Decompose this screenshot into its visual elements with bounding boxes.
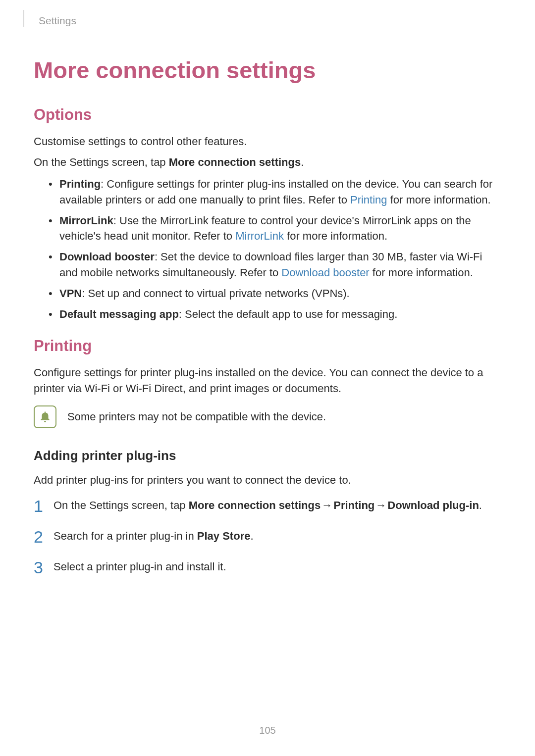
options-item-link[interactable]: MirrorLink bbox=[235, 230, 284, 242]
step-bold: More connection settings bbox=[189, 499, 321, 511]
step-prefix: On the Settings screen, tap bbox=[54, 499, 189, 511]
step-bold: Printing bbox=[333, 499, 374, 511]
options-item-link[interactable]: Printing bbox=[350, 194, 387, 206]
options-item: Download booster: Set the device to down… bbox=[49, 249, 501, 281]
step-item: On the Settings screen, tap More connect… bbox=[34, 497, 501, 514]
printing-intro: Configure settings for printer plug-ins … bbox=[34, 365, 501, 397]
options-item: MirrorLink: Use the MirrorLink feature t… bbox=[49, 213, 501, 245]
options-item-text2: for more information. bbox=[370, 266, 473, 279]
options-intro-2-suffix: . bbox=[301, 156, 304, 168]
subsection-adding-heading: Adding printer plug-ins bbox=[34, 448, 501, 463]
options-item-name: Printing bbox=[59, 178, 101, 190]
bell-icon bbox=[39, 410, 52, 423]
options-item-name: MirrorLink bbox=[59, 214, 113, 227]
options-item: VPN: Set up and connect to virtual priva… bbox=[49, 286, 501, 302]
options-intro-1: Customise settings to control other feat… bbox=[34, 134, 501, 150]
adding-intro: Add printer plug-ins for printers you wa… bbox=[34, 472, 501, 488]
section-options-heading: Options bbox=[34, 106, 501, 124]
arrow-icon: → bbox=[375, 498, 386, 513]
options-list: Printing: Configure settings for printer… bbox=[34, 176, 501, 322]
note-text: Some printers may not be compatible with… bbox=[67, 409, 326, 425]
options-item-name: Download booster bbox=[59, 251, 155, 263]
options-item-text1: : Set up and connect to virtual private … bbox=[82, 287, 349, 300]
section-printing-heading: Printing bbox=[34, 337, 501, 355]
step-bold: Download plug-in bbox=[387, 499, 479, 511]
header-rule bbox=[23, 10, 24, 27]
page-title: More connection settings bbox=[34, 56, 501, 84]
arrow-icon: → bbox=[321, 498, 332, 513]
options-item-name: Default messaging app bbox=[59, 308, 179, 320]
step-suffix: . bbox=[479, 499, 482, 511]
options-item: Default messaging app: Select the defaul… bbox=[49, 306, 501, 322]
page-container: Settings More connection settings Option… bbox=[0, 0, 535, 756]
note-icon bbox=[34, 405, 56, 428]
options-item-text2: for more information. bbox=[284, 230, 387, 242]
step-item: Search for a printer plug-in in Play Sto… bbox=[34, 528, 501, 545]
options-item-link[interactable]: Download booster bbox=[281, 266, 369, 279]
page-number: 105 bbox=[0, 725, 535, 736]
step-bold: Play Store bbox=[197, 530, 251, 542]
page-header: Settings bbox=[34, 15, 501, 27]
options-item-text2: for more information. bbox=[387, 194, 491, 206]
step-item: Select a printer plug-in and install it. bbox=[34, 558, 501, 575]
note-row: Some printers may not be compatible with… bbox=[34, 405, 501, 428]
step-prefix: Select a printer plug-in and install it. bbox=[54, 560, 226, 573]
options-intro-2-bold: More connection settings bbox=[169, 156, 301, 168]
options-intro-2-prefix: On the Settings screen, tap bbox=[34, 156, 169, 168]
steps-list: On the Settings screen, tap More connect… bbox=[34, 497, 501, 575]
options-item-name: VPN bbox=[59, 287, 82, 300]
step-suffix: . bbox=[250, 530, 253, 542]
options-intro-2: On the Settings screen, tap More connect… bbox=[34, 154, 501, 170]
options-item: Printing: Configure settings for printer… bbox=[49, 176, 501, 208]
step-prefix: Search for a printer plug-in in bbox=[54, 530, 197, 542]
options-item-text1: : Select the default app to use for mess… bbox=[179, 308, 398, 320]
